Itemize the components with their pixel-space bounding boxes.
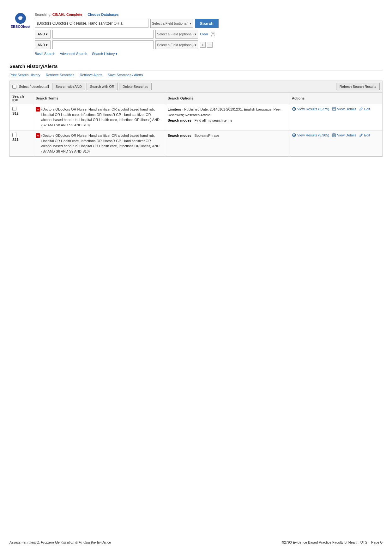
search-id-value-s11: S11 [12, 138, 19, 142]
col-header-search-id: Search ID# [10, 93, 33, 104]
view-results-link-s12[interactable]: View Results (2,379) [292, 107, 329, 111]
row-checkbox-s11[interactable] [12, 133, 16, 137]
search-terms-cell-s11: N (Doctors ODoctors OR Nurse, Hand sanit… [33, 130, 165, 157]
retrieve-searches-link[interactable]: Retrieve Searches [46, 73, 75, 77]
field-select-2[interactable]: Select a Field (optional) ▾ [155, 30, 198, 39]
edit-link-s11[interactable]: Edit [359, 133, 370, 137]
separator: | [84, 13, 85, 16]
search-history-link[interactable]: Search History ▾ [92, 52, 118, 56]
search-terms-text-s12: (Doctors ODoctors OR Nurse, Hand sanitiz… [41, 107, 162, 128]
view-details-link-s11[interactable]: View Details [332, 133, 356, 137]
table-row: S11 N (Doctors ODoctors OR Nurse, Hand s… [10, 130, 383, 157]
table-row: S12 N (Doctors ODoctors OR Nurse, Hand s… [10, 104, 383, 130]
sub-nav: Print Search History Retrieve Searches R… [9, 73, 383, 77]
view-details-link-s12[interactable]: View Details [332, 107, 356, 111]
view-details-label-s12: View Details [337, 107, 356, 111]
search-options-cell-s12: Limiters - Published Date: 20140101-2019… [165, 104, 289, 130]
view-details-icon-s11 [332, 133, 336, 137]
view-details-icon-s12 [332, 107, 336, 111]
search-id-cell-s11: S11 [10, 130, 33, 157]
searching-line: Searching: CINAHL Complete | Choose Data… [35, 13, 383, 16]
search-modes-dash-s11: - [192, 134, 195, 137]
section-title: Search History/Alerts [9, 63, 383, 70]
footer-center: 92790 Evidence Based Practice Faculty of… [282, 540, 367, 544]
view-results-icon-s11 [292, 133, 296, 137]
search-id-cell-s12: S12 [10, 104, 33, 130]
search-with-or-button[interactable]: Search with OR [87, 83, 118, 90]
select-all-checkbox[interactable] [12, 85, 16, 89]
view-details-label-s11: View Details [337, 133, 356, 137]
clear-link[interactable]: Clear [200, 32, 208, 36]
view-results-count-s11: (5,965) [318, 133, 329, 137]
search-modes-dash-s12: - [192, 118, 195, 122]
refresh-search-results-button[interactable]: Refresh Search Results [336, 83, 380, 90]
help-icon: ? [211, 32, 215, 36]
nav-links: Basic Search Advanced Search Search Hist… [35, 52, 383, 56]
table-header-row: Search ID# Search Terms Search Options A… [10, 93, 383, 104]
search-area: Searching: CINAHL Complete | Choose Data… [35, 13, 383, 56]
cinahl-icon-s11: N [36, 133, 40, 138]
footer-page-number: 6 [380, 540, 383, 545]
actions-cell-s11: View Results (5,965) View Details Edit [289, 130, 382, 157]
page-footer: Assessment Item 1: Problem Identificatio… [9, 540, 383, 545]
search-modes-label-s11: Search modes [168, 134, 191, 137]
search-terms-text-s11: (Doctors ODoctors OR Nurse, Hand sanitiz… [41, 133, 162, 154]
operator-select-3[interactable]: AND ▾ [35, 40, 51, 49]
toolbar: Select / deselect all Search with AND Se… [9, 81, 383, 92]
footer-left: Assessment Item 1: Problem Identificatio… [9, 540, 111, 544]
search-row-3: AND ▾ Select a Field (optional) ▾ + − [35, 40, 383, 49]
plus-minus-controls: + − [200, 42, 213, 48]
search-options-cell-s11: Search modes - Boolean/Phrase [165, 130, 289, 157]
field-select-3[interactable]: Select a Field (optional) ▾ [155, 40, 198, 49]
view-results-link-s11[interactable]: View Results (5,965) [292, 133, 329, 137]
search-modes-label-s12: Search modes [168, 118, 191, 122]
actions-cell-s12: View Results (2,379) View Details Edit [289, 104, 382, 130]
retrieve-alerts-link[interactable]: Retrieve Alerts [80, 73, 102, 77]
results-table: Search ID# Search Terms Search Options A… [9, 92, 383, 157]
search-input-2[interactable] [52, 30, 154, 39]
ebsco-logo: EBSCOhost [9, 13, 32, 28]
add-row-button[interactable]: + [200, 42, 206, 48]
top-bar: EBSCOhost Searching: CINAHL Complete | C… [9, 13, 383, 56]
row-checkbox-s12[interactable] [12, 107, 16, 111]
operator-select-2[interactable]: AND ▾ [35, 30, 51, 39]
cinahl-icon-s12: N [36, 107, 40, 111]
search-modes-value-s11: Boolean/Phrase [195, 134, 219, 137]
select-deselect-label: Select / deselect all [19, 85, 49, 88]
ebsco-logo-text: EBSCOhost [11, 25, 30, 28]
save-searches-link[interactable]: Save Searches / Alerts [108, 73, 143, 77]
view-results-icon-s12 [292, 107, 296, 111]
edit-icon-s11 [359, 133, 363, 137]
view-results-label-s11: View Results [297, 133, 317, 137]
footer-page-label: Page [371, 540, 379, 544]
advanced-search-link[interactable]: Advanced Search [60, 52, 87, 56]
col-header-search-terms: Search Terms [33, 93, 165, 104]
footer-right: 92790 Evidence Based Practice Faculty of… [282, 540, 383, 545]
print-search-history-link[interactable]: Print Search History [9, 73, 40, 77]
search-input-3[interactable] [52, 40, 154, 49]
ebsco-logo-icon [15, 13, 26, 24]
view-results-count-s12: (2,379) [318, 107, 329, 111]
basic-search-link[interactable]: Basic Search [35, 52, 55, 56]
delete-searches-button[interactable]: Delete Searches [119, 83, 152, 90]
search-id-value-s12: S12 [12, 111, 19, 115]
col-header-search-options: Search Options [165, 93, 289, 104]
search-with-and-button[interactable]: Search with AND [52, 83, 85, 90]
edit-label-s11: Edit [364, 133, 370, 137]
remove-row-button[interactable]: − [207, 42, 213, 48]
edit-label-s12: Edit [364, 107, 370, 111]
search-row-2: AND ▾ Select a Field (optional) ▾ Clear … [35, 30, 383, 39]
database-link[interactable]: CINAHL Complete [52, 13, 82, 16]
svg-point-1 [19, 17, 22, 20]
field-select-1[interactable]: Select a Field (optional) ▾ [150, 19, 193, 28]
search-button[interactable]: Search [195, 19, 219, 28]
search-row-1: Select a Field (optional) ▾ Search [35, 19, 383, 28]
edit-link-s12[interactable]: Edit [359, 107, 370, 111]
search-modes-value-s12: Find all my search terms [195, 118, 232, 122]
edit-icon-s12 [359, 107, 363, 111]
search-terms-cell-s12: N (Doctors ODoctors OR Nurse, Hand sanit… [33, 104, 165, 130]
choose-databases-link[interactable]: Choose Databases [87, 13, 118, 16]
search-input-1[interactable] [35, 19, 148, 28]
svg-point-10 [293, 135, 295, 136]
limiters-label-s12: Limiters [168, 107, 181, 111]
